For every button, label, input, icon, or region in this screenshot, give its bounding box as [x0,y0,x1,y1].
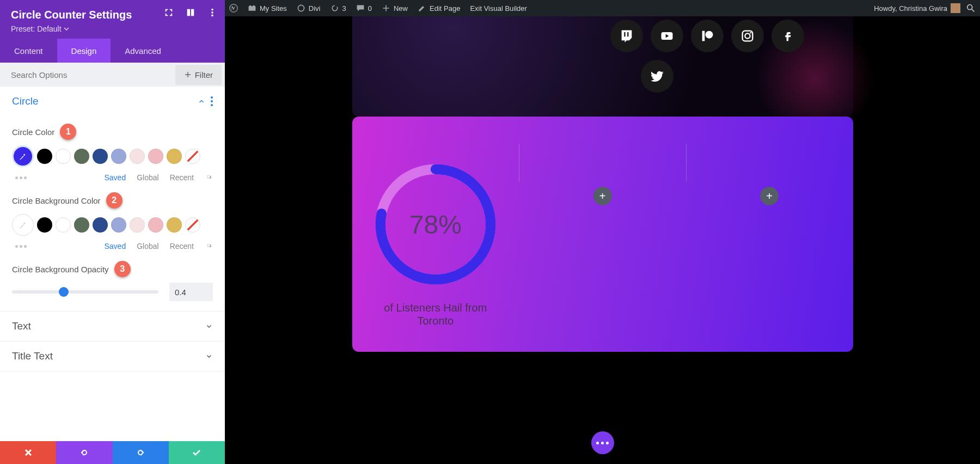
divi-link[interactable]: Divi [297,4,321,13]
exit-vb-link[interactable]: Exit Visual Builder [470,4,527,13]
opacity-input[interactable] [169,283,213,301]
social-facebook[interactable] [771,20,804,52]
color-picker-button[interactable] [12,145,34,167]
bg-swatch-navy[interactable] [93,217,108,233]
circle-bg-color-label-row: Circle Background Color 2 [12,192,213,209]
updates-count: 3 [342,4,346,13]
expand-button[interactable] [164,8,174,17]
new-link[interactable]: New [382,4,408,13]
bg-swatch-pink[interactable] [148,217,163,233]
builder-fab[interactable] [591,431,614,454]
tab-advanced[interactable]: Advanced [111,39,175,63]
subtab-saved[interactable]: Saved [104,173,126,182]
columns-button[interactable] [186,8,195,17]
updates-icon [330,4,339,13]
tab-content[interactable]: Content [0,39,57,63]
add-module-button-2[interactable]: + [760,187,779,205]
more-bg-swatches-button[interactable] [15,245,27,248]
opacity-slider[interactable] [12,290,158,294]
bg-subtab-saved[interactable]: Saved [104,242,126,251]
bg-swatch-periwinkle[interactable] [111,217,126,233]
youtube-icon [659,28,675,44]
swatch-black[interactable] [37,149,52,164]
swatch-lightpink[interactable] [130,149,145,164]
sites-icon [248,4,256,13]
social-instagram[interactable] [731,20,764,52]
section-circle-head[interactable]: Circle [0,87,225,116]
save-button[interactable] [169,441,225,464]
annotation-3: 3 [114,261,131,277]
social-patreon[interactable] [691,20,724,52]
tab-design[interactable]: Design [57,39,111,63]
wp-admin-bar: My Sites Divi 3 0 New Edit Page Exit Vis… [225,0,980,16]
bg-swatch-olive[interactable] [74,217,89,233]
bg-subtab-global[interactable]: Global [137,242,158,251]
section-more-icon[interactable] [211,96,213,106]
section-title-text: Title Text [0,341,225,371]
section-circle-title: Circle [12,95,39,107]
svg-rect-9 [702,31,705,41]
circle-color-label: Circle Color [12,127,54,137]
bg-swatch-white[interactable] [56,217,71,233]
plus-icon [382,4,390,13]
circle-counter[interactable]: 78% [373,162,498,287]
search-icon [966,3,976,13]
section-title-text-head[interactable]: Title Text [0,341,225,371]
social-twitch[interactable] [610,20,643,52]
my-sites-link[interactable]: My Sites [248,4,287,13]
swatch-gold[interactable] [167,149,182,164]
palette-settings-button[interactable] [205,173,213,182]
social-twitter[interactable] [641,60,673,93]
edit-page-link[interactable]: Edit Page [418,4,460,13]
social-row [610,20,804,52]
updates-link[interactable]: 3 [330,4,346,13]
divi-label: Divi [309,4,321,13]
bg-palette-settings-button[interactable] [205,241,213,251]
comments-link[interactable]: 0 [356,4,372,13]
admin-search-button[interactable] [966,3,976,13]
filter-button[interactable]: Filter [175,65,222,85]
swatch-white[interactable] [56,149,71,164]
add-module-button[interactable]: + [593,187,612,205]
svg-rect-4 [191,9,194,16]
eyedropper-icon [18,151,28,161]
circle-opacity-label: Circle Background Opacity [12,265,109,274]
redo-button[interactable] [113,441,169,464]
more-button[interactable] [207,8,217,17]
bg-swatch-transparent[interactable] [185,217,200,233]
bg-swatch-black[interactable] [37,217,52,233]
subtab-global[interactable]: Global [137,173,158,182]
undo-button[interactable] [56,441,112,464]
circle-color-label-row: Circle Color 1 [12,124,213,140]
palette-subtabs: Saved Global Recent [104,173,213,182]
chevron-down-icon [205,322,213,330]
cancel-button[interactable] [0,441,56,464]
subtab-recent[interactable]: Recent [170,173,194,182]
bg-swatch-gold[interactable] [167,217,182,233]
comments-count: 0 [368,4,372,13]
bg-color-picker-button[interactable] [12,214,34,236]
opacity-slider-row [12,283,213,301]
instagram-icon [740,28,755,44]
swatch-olive[interactable] [74,149,89,164]
social-youtube[interactable] [651,20,683,52]
hero-section [352,16,853,117]
exit-vb-label: Exit Visual Builder [470,4,527,13]
panel-body[interactable]: Circle Circle Color 1 [0,87,225,441]
bg-swatch-lightpink[interactable] [130,217,145,233]
expand-icon [164,8,174,17]
bg-subtab-recent[interactable]: Recent [170,242,194,251]
preset-selector[interactable]: Preset: Default [11,25,214,33]
swatch-pink[interactable] [148,149,163,164]
swatch-navy[interactable] [93,149,108,164]
swatch-transparent[interactable] [185,149,200,164]
opacity-slider-thumb[interactable] [59,287,69,297]
divi-icon [297,4,305,13]
more-swatches-button[interactable] [15,176,27,179]
bg-palette-subtabs: Saved Global Recent [104,241,213,251]
wp-logo[interactable] [229,4,238,13]
search-input[interactable] [11,70,175,80]
swatch-periwinkle[interactable] [111,149,126,164]
section-text-head[interactable]: Text [0,312,225,341]
howdy-link[interactable]: Howdy, Christina Gwira [874,3,960,13]
